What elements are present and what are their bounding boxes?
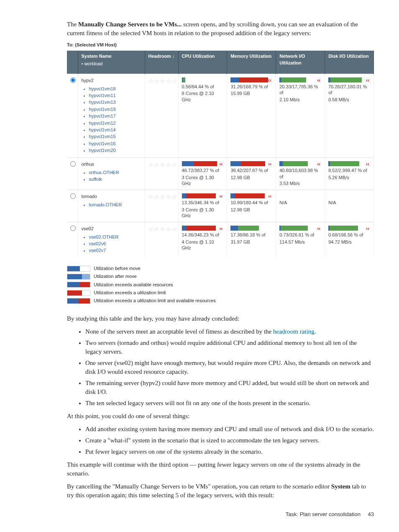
options-list: Add another existing system having more … (67, 425, 374, 456)
metric-detail: 114.57 Mb/s (279, 239, 321, 245)
workload-item[interactable]: hypvcl1vm20 (89, 147, 141, 154)
th-disk[interactable]: Disk I/O Utilization (325, 51, 374, 74)
headroom-stars: ☆☆☆☆☆ (148, 226, 178, 232)
headroom-stars: ☆☆☆☆☆ (148, 194, 178, 200)
at-this-point-paragraph: At this point, you could do one of sever… (67, 412, 374, 421)
list-item: One server (vse02) might have enough mem… (85, 359, 374, 376)
workload-item[interactable]: hypvcl1vm12 (89, 120, 141, 126)
legend-label: Utilization exceeds available resources (94, 282, 173, 288)
headroom-stars: ☆☆☆☆☆ (148, 162, 178, 168)
exceeds-marker-icon: ‹‹ (219, 161, 223, 168)
th-network[interactable]: Network I/O Utilization (276, 51, 325, 74)
legend-label: Utilization after move (94, 273, 137, 280)
list-item: The ten selected legacy servers will not… (85, 399, 374, 408)
legend-swatch-icon: ‹‹ (67, 282, 90, 288)
headroom-rating-link[interactable]: headroom rating (273, 328, 315, 335)
continue-paragraph: This example will continue with the thir… (67, 460, 374, 478)
studying-paragraph: By studying this table and the key, you … (67, 314, 374, 323)
workload-item[interactable]: vse02.OTHER (89, 234, 141, 240)
workload-item[interactable]: hypvcl1vm19 (89, 106, 141, 113)
legend-row: Utilization exceeds a utilization limit (67, 290, 374, 296)
list-item: Create a "what-if" system in the scenari… (85, 436, 374, 445)
legend-label: Utilization exceeds a utilization limit (94, 290, 166, 296)
system-name: tornado (82, 193, 141, 200)
th-headroom[interactable]: Headroom ↓ (145, 51, 178, 74)
legend-label: Utilization exceeds a utilization limit … (94, 298, 216, 304)
metric-detail: 8 Cores @ 2.10 GHz (182, 90, 224, 103)
workload-item[interactable]: hypvcl1vm17 (89, 113, 141, 119)
metric-detail: 3.53 Mb/s (279, 180, 321, 186)
workload-item[interactable]: hypvcl1vm14 (89, 127, 141, 133)
intro-paragraph: The Manually Change Servers to be VMs...… (67, 20, 374, 38)
table-row: hypv2hypvcl1vm18hypvcl1vm11hypvcl1vm13hy… (67, 74, 374, 158)
metric-value: 10.99/180.44 % of (230, 200, 272, 206)
workload-item[interactable]: suffolk (89, 176, 141, 182)
list-item: The remaining server (hypv2) could have … (85, 379, 374, 396)
select-host-radio[interactable] (70, 193, 76, 199)
metric-value: 17.38/86.18 % of (230, 232, 272, 238)
footer-page: 43 (368, 511, 374, 517)
workload-item[interactable]: hypvcl1vm15 (89, 134, 141, 140)
table-row: orthusorthus.OTHERsuffolk☆☆☆☆☆‹‹48.72/38… (67, 158, 374, 190)
exceeds-marker-icon: ‹‹ (219, 193, 223, 200)
conclusions-list: None of the servers meet an acceptable l… (67, 327, 374, 408)
exceeds-marker-icon: ‹‹ (268, 77, 271, 84)
workload-item[interactable]: vse02v7 (89, 247, 141, 254)
list-item: Put fewer legacy servers on one of the s… (85, 447, 374, 456)
workload-item[interactable]: hypvcl1vm18 (89, 86, 141, 92)
metric-detail: 15.99 GB (230, 90, 272, 96)
metric-value: N/A (279, 200, 321, 206)
legend-label: Utilization before move (94, 265, 141, 272)
exceeds-marker-icon: ‹‹ (317, 161, 320, 168)
metric-detail: 2.10 Mb/s (279, 97, 321, 103)
metric-value: 40.60/10,603.98 % of (279, 167, 321, 180)
metric-value: 13.35/346.34 % of (182, 200, 224, 206)
system-name: orthus (82, 161, 141, 167)
workload-item[interactable]: tornado.OTHER (89, 202, 141, 208)
list-item: None of the servers meet an acceptable l… (85, 327, 374, 336)
metric-value: 31.26/168.79 % of (230, 84, 272, 90)
workload-item[interactable]: orthus.OTHER (89, 170, 141, 176)
exceeds-marker-icon: ‹‹ (366, 225, 369, 232)
metric-value: 48.72/383.27 % of (182, 167, 224, 173)
metric-value: 38.42/207.87 % of (230, 167, 272, 173)
metric-detail: 0.58 MB/s (328, 97, 370, 103)
metric-value: 8.52/2,999.47 % of (328, 167, 370, 173)
table-row: tornadotornado.OTHER☆☆☆☆☆‹‹13.35/346.34 … (67, 190, 374, 222)
list-item: Two servers (tornado and orthus) would r… (85, 339, 374, 356)
vm-host-panel: To: (Selected VM Host) System Name• work… (67, 42, 374, 258)
legend-swatch-icon (67, 274, 90, 280)
workload-item[interactable]: hypvcl1vm11 (89, 93, 141, 99)
metric-value: 14.36/346.23 % of (182, 232, 224, 238)
metric-detail: 5.26 MB/s (328, 175, 370, 180)
metric-detail: 4 Cores @ 1.10 GHz (182, 239, 224, 251)
exceeds-marker-icon: ‹‹ (268, 193, 271, 200)
footer-task: Task: Plan server consolidation (286, 511, 361, 517)
select-host-radio[interactable] (70, 161, 76, 167)
table-row: vse02vse02.OTHERvse02v6vse02v7☆☆☆☆☆‹‹14.… (67, 222, 374, 258)
th-memory[interactable]: Memory Utilization (227, 51, 276, 74)
select-host-radio[interactable] (70, 77, 76, 83)
metric-value: 0.73/326.81 % of (279, 232, 321, 238)
vm-host-table: System Name• workload Headroom ↓ CPU Uti… (67, 51, 374, 257)
th-radio (67, 51, 78, 74)
page-footer: Task: Plan server consolidation 43 (67, 511, 374, 518)
metric-detail: 3 Cores @ 1.30 GHz (182, 175, 224, 187)
th-system[interactable]: System Name• workload (78, 51, 145, 74)
metric-detail: 12.98 GB (230, 207, 272, 213)
metric-value: 0.58/84.44 % of (182, 84, 224, 90)
system-name: hypv2 (82, 77, 141, 84)
th-cpu[interactable]: CPU Utilization (178, 51, 227, 74)
workload-item[interactable]: vse02v6 (89, 241, 141, 247)
utilization-legend: Utilization before moveUtilization after… (67, 265, 374, 304)
metric-value: N/A (328, 200, 370, 206)
select-host-radio[interactable] (70, 226, 76, 231)
cancel-paragraph: By cancelling the "Manually Change Serve… (67, 482, 374, 500)
system-name: vse02 (82, 226, 141, 232)
workload-item[interactable]: hypvcl1vm13 (89, 99, 141, 105)
metric-detail: 31.97 GB (230, 239, 272, 245)
metric-detail: 94.72 MB/s (328, 239, 370, 245)
workload-item[interactable]: hypvcl1vm16 (89, 141, 141, 147)
metric-value: 70.26/27,180.01 % of (328, 84, 370, 96)
exceeds-marker-icon: ‹‹ (366, 77, 369, 84)
